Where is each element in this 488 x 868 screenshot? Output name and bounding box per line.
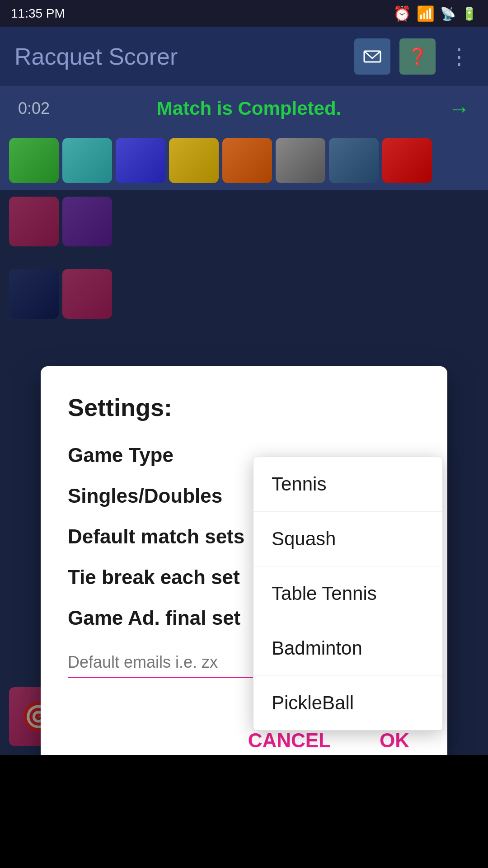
match-timer: 0:02 [18,99,50,118]
app-bar-icons: ❓ ⋮ [354,38,474,75]
app-icon-1[interactable] [9,138,59,183]
app-icon-4[interactable] [169,138,219,183]
next-arrow-icon[interactable]: → [448,96,470,121]
app-bar: Racquet Scorer ❓ ⋮ [0,27,488,86]
help-icon: ❓ [408,47,428,66]
dropdown-item-pickleball[interactable]: PickleBall [253,676,442,730]
overflow-menu-button[interactable]: ⋮ [445,40,474,73]
wifi-icon: 📶 [417,5,435,22]
settings-dialog: Settings: Game Type Singles/Doubles Defa… [41,366,447,755]
dropdown-item-squash[interactable]: Squash [253,512,442,566]
game-type-label: Game Type [68,444,174,467]
dialog-title: Settings: [68,393,420,421]
dropdown-item-badminton[interactable]: Badminton [253,621,442,676]
dialog-overlay: Settings: Game Type Singles/Doubles Defa… [0,190,488,755]
app-icon-5[interactable] [222,138,272,183]
dropdown-item-tennis[interactable]: Tennis [253,457,442,512]
top-icons-row [0,131,488,190]
status-time: 11:35 PM [11,6,65,21]
status-icons: ⏰ 📶 📡 🔋 [393,5,477,22]
status-bar: 11:35 PM ⏰ 📶 📡 🔋 [0,0,488,27]
app-icon-7[interactable] [329,138,379,183]
match-status: Match is Completed. [157,98,341,119]
game-ad-label: Game Ad. final set [68,607,240,629]
match-bar: 0:02 Match is Completed. → [0,86,488,131]
app-icon-8[interactable] [382,138,432,183]
app-icon-3[interactable] [116,138,165,183]
battery-icon: 🔋 [461,6,477,21]
email-icon-button[interactable] [354,38,390,75]
help-icon-button[interactable]: ❓ [399,38,436,75]
signal-icon: 📡 [440,6,456,21]
default-match-sets-label: Default match sets [68,525,244,548]
app-title: Racquet Scorer [14,43,178,70]
alarm-icon: ⏰ [393,5,411,22]
app-icon-2[interactable] [62,138,112,183]
tie-break-label: Tie break each set [68,566,240,589]
app-icon-6[interactable] [276,138,325,183]
singles-doubles-label: Singles/Doubles [68,485,222,507]
dropdown-item-table-tennis[interactable]: Table Tennis [253,566,442,621]
game-type-dropdown[interactable]: Tennis Squash Table Tennis Badminton Pic… [253,457,443,731]
